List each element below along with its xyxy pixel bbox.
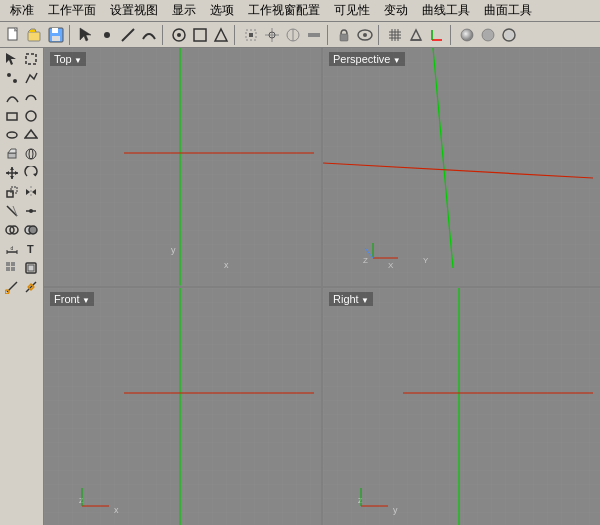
tool-array[interactable] <box>3 259 21 277</box>
tool-revolve[interactable] <box>22 145 40 163</box>
tool-extrude[interactable] <box>3 145 21 163</box>
tool-boolean-diff[interactable] <box>22 221 40 239</box>
tool-join[interactable] <box>22 202 40 220</box>
tb-icon5[interactable] <box>190 25 210 45</box>
svg-marker-5 <box>80 28 91 41</box>
menu-standard[interactable]: 标准 <box>4 0 40 21</box>
svg-rect-55 <box>11 187 17 193</box>
tool-rotate[interactable] <box>22 164 40 182</box>
toolbar <box>0 22 600 48</box>
tb-curve[interactable] <box>139 25 159 45</box>
tb-snap5[interactable] <box>406 25 426 45</box>
tool-row-4 <box>3 107 40 125</box>
tb-save[interactable] <box>46 25 66 45</box>
svg-point-32 <box>461 29 473 41</box>
menu-transform[interactable]: 变动 <box>378 0 414 21</box>
svg-marker-52 <box>15 171 18 175</box>
tb-shade2[interactable] <box>478 25 498 45</box>
tb-lock[interactable] <box>334 25 354 45</box>
front-viewport-label[interactable]: Front <box>50 292 94 306</box>
svg-point-33 <box>482 29 494 41</box>
tool-row-12 <box>3 259 40 277</box>
tb-shade3[interactable] <box>499 25 519 45</box>
tb-visible[interactable] <box>355 25 375 45</box>
tool-freeform[interactable] <box>22 88 40 106</box>
viewport-perspective[interactable]: Z X Y Perspective <box>323 48 600 286</box>
tb-snap4[interactable] <box>304 25 324 45</box>
menu-viewport-config[interactable]: 工作视窗配置 <box>242 0 326 21</box>
tb-snap3[interactable] <box>283 25 303 45</box>
menu-workplane[interactable]: 工作平面 <box>42 0 102 21</box>
tb-icon4[interactable] <box>169 25 189 45</box>
svg-point-37 <box>7 73 11 77</box>
svg-rect-10 <box>194 29 206 41</box>
tb-axis[interactable] <box>427 25 447 45</box>
tool-row-7 <box>3 164 40 182</box>
tb-select[interactable] <box>76 25 96 45</box>
viewport-right[interactable]: z y Right <box>323 288 600 526</box>
svg-text:T: T <box>27 243 34 255</box>
right-viewport-label[interactable]: Right <box>329 292 373 306</box>
tool-move[interactable] <box>3 164 21 182</box>
svg-rect-112 <box>323 288 600 526</box>
tool-group[interactable] <box>22 259 40 277</box>
tool-ellipse[interactable] <box>3 126 21 144</box>
tb-grid[interactable] <box>385 25 405 45</box>
svg-point-45 <box>26 149 36 159</box>
svg-point-38 <box>13 79 17 83</box>
perspective-grid: Z X Y <box>323 48 600 286</box>
svg-marker-42 <box>25 130 37 138</box>
tb-point[interactable] <box>97 25 117 45</box>
tool-select-arrow[interactable] <box>3 50 21 68</box>
svg-rect-20 <box>340 34 348 41</box>
svg-rect-19 <box>308 33 320 37</box>
toolbar-sep-3 <box>234 25 238 45</box>
menu-surface-tools[interactable]: 曲面工具 <box>478 0 538 21</box>
tool-snap-end[interactable] <box>3 278 21 296</box>
tool-mirror[interactable] <box>22 183 40 201</box>
tool-rect[interactable] <box>3 107 21 125</box>
svg-point-63 <box>29 209 33 213</box>
svg-rect-13 <box>249 33 253 37</box>
menubar: 标准 工作平面 设置视图 显示 选项 工作视窗配置 可见性 变动 曲线工具 曲面… <box>0 0 600 22</box>
svg-rect-78 <box>28 265 34 271</box>
tool-snap-mid[interactable] <box>22 278 40 296</box>
tool-select-window[interactable] <box>22 50 40 68</box>
tool-boolean-union[interactable] <box>3 221 21 239</box>
tb-line[interactable] <box>118 25 138 45</box>
tool-row-11: d T <box>3 240 40 258</box>
tool-dimension[interactable]: d <box>3 240 21 258</box>
tool-point[interactable] <box>3 69 21 87</box>
tool-trim[interactable] <box>3 202 21 220</box>
menu-display[interactable]: 显示 <box>166 0 202 21</box>
tb-open[interactable] <box>25 25 45 45</box>
tool-arc[interactable] <box>3 88 21 106</box>
tb-snap2[interactable] <box>262 25 282 45</box>
tool-polygon[interactable] <box>22 126 40 144</box>
svg-marker-58 <box>32 189 36 195</box>
viewport-top[interactable]: y x Top <box>44 48 321 286</box>
svg-rect-1 <box>28 32 40 41</box>
top-viewport-label[interactable]: Top <box>50 52 86 66</box>
svg-rect-73 <box>6 262 10 266</box>
tool-text[interactable]: T <box>22 240 40 258</box>
menu-setview[interactable]: 设置视图 <box>104 0 164 21</box>
tb-icon6[interactable] <box>211 25 231 45</box>
main-area: d T <box>0 48 600 525</box>
tb-snap1[interactable] <box>241 25 261 45</box>
toolbar-sep-5 <box>378 25 382 45</box>
menu-options[interactable]: 选项 <box>204 0 240 21</box>
menu-visibility[interactable]: 可见性 <box>328 0 376 21</box>
menu-curve-tools[interactable]: 曲线工具 <box>416 0 476 21</box>
tb-new[interactable] <box>4 25 24 45</box>
toolbar-sep-1 <box>69 25 73 45</box>
svg-rect-75 <box>6 267 10 271</box>
svg-text:y: y <box>393 505 398 515</box>
tb-shade1[interactable] <box>457 25 477 45</box>
svg-marker-57 <box>26 189 30 195</box>
viewport-front[interactable]: z x Front <box>44 288 321 526</box>
tool-circle[interactable] <box>22 107 40 125</box>
tool-line2[interactable] <box>22 69 40 87</box>
perspective-viewport-label[interactable]: Perspective <box>329 52 405 66</box>
tool-scale[interactable] <box>3 183 21 201</box>
